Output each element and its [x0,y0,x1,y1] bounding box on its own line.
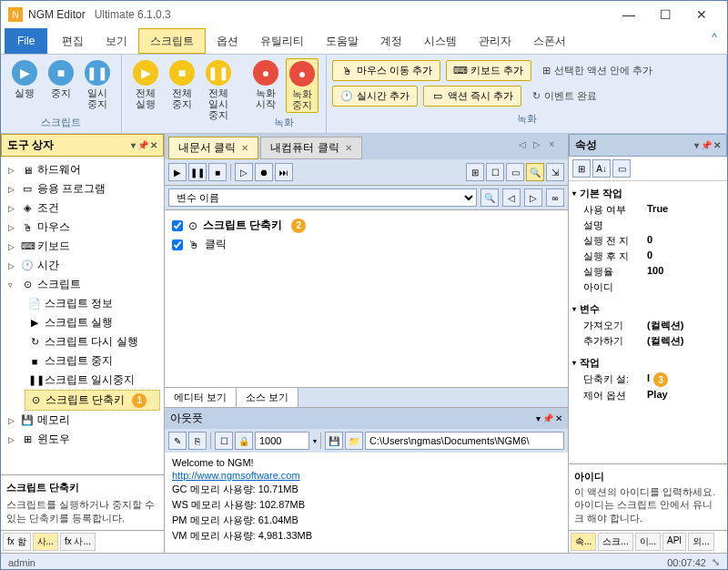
count-input[interactable] [255,432,309,450]
tab-nav[interactable]: ◁ ▷ × [511,137,564,159]
chevron-icon[interactable]: ▷ [8,261,17,270]
property-row[interactable]: 실행 후 지0 [572,249,723,264]
pause-button[interactable]: ❚❚ [188,163,207,181]
ribbon-button[interactable]: ▶실행 [8,58,41,111]
property-row[interactable]: 가져오기(컬렉션) [572,318,723,333]
property-row[interactable]: 실행율100 [572,264,723,280]
event-complete-button[interactable]: ↻이벤트 완료 [527,86,602,107]
tree-child-item[interactable]: ▶스크립트 실행 [25,313,160,332]
tree-item[interactable]: ▷▭응용 프로그램 [5,179,160,198]
next-button[interactable]: ▷ [524,188,542,207]
property-group-header[interactable]: 변수 [572,300,723,318]
properties-bottom-tab[interactable]: 스크... [598,533,632,551]
menu-item[interactable]: 옵션 [206,28,249,54]
property-row[interactable]: 단축키 설:I3 [572,372,723,388]
property-group-header[interactable]: 기본 작업 [572,185,723,202]
infinity-button[interactable]: ∞ [546,188,564,207]
pin-icon[interactable]: 📌 [701,140,712,150]
zoom-button[interactable]: 🔍 [526,163,544,181]
menu-item[interactable]: 유틸리티 [249,28,315,54]
file-menu[interactable]: File [5,28,47,54]
resize-grip-icon[interactable]: ⤡ [712,556,720,568]
output-link[interactable]: http://www.ngmsoftware.com [172,470,300,481]
doc-tab-0[interactable]: 내문서 클릭✕ [168,137,258,159]
menu-item[interactable]: 관리자 [468,28,522,54]
ribbon-button[interactable]: ■중지 [45,58,77,111]
expand-button[interactable]: ⇲ [546,163,564,181]
tree-item[interactable]: ▿⊙스크립트 [5,275,160,294]
menu-item[interactable]: 스크립트 [138,28,206,54]
minimize-button[interactable]: — [611,2,647,27]
property-row[interactable]: 실행 전 지0 [572,233,723,249]
chevron-icon[interactable]: ▷ [8,223,17,232]
pin-icon[interactable]: 📌 [137,140,148,150]
tree-item[interactable]: ▷◈조건 [5,198,160,218]
add-action-now-button[interactable]: ▭액션 즉시 추가 [423,86,521,107]
property-group-header[interactable]: 작업 [572,354,723,372]
dropdown-arrow-icon[interactable]: ▾ [313,437,317,445]
menu-item[interactable]: 스폰서 [522,28,577,54]
clear-button[interactable]: ☐ [215,432,233,450]
prev-button[interactable]: ◁ [502,188,521,207]
tree-item[interactable]: ▷🕐시간 [5,256,160,275]
tool-button-3[interactable]: ▭ [506,163,524,181]
doc-tab-1[interactable]: 내컴퓨터 클릭✕ [260,137,361,159]
stop-button[interactable]: ■ [208,163,227,181]
add-realtime-button[interactable]: 🕐실시간 추가 [332,86,418,107]
tree-item[interactable]: ▷🖱마우스 [5,218,160,237]
lock-button[interactable]: 🔒 [235,432,253,450]
tool-button-1[interactable]: ⊞ [466,163,484,181]
tree-item[interactable]: ▷⊞윈도우 [5,430,160,449]
property-row[interactable]: 사용 여부True [572,202,723,218]
chevron-icon[interactable]: ▷ [8,435,17,444]
close-tab-icon[interactable]: ✕ [345,143,352,153]
maximize-button[interactable]: ☐ [647,2,683,27]
property-row[interactable]: 설명 [572,218,723,233]
panel-dropdown-icon[interactable]: ▾ [694,140,699,150]
properties-bottom-tab[interactable]: API [662,533,686,551]
record-start-button[interactable]: ● 녹화 시작 [249,58,282,113]
ribbon-button[interactable]: ■전체 중지 [166,58,198,122]
property-row[interactable]: 제어 옵션Play [572,388,723,403]
search-button[interactable]: 🔍 [480,188,499,207]
record-stop-button[interactable]: ● 녹화 중지 [286,58,318,113]
page-button[interactable]: ▭ [612,159,631,178]
record-button[interactable]: ⏺ [255,163,273,181]
action-row[interactable]: ⊙ 스크립트 단축키 2 [170,216,562,235]
close-tab-icon[interactable]: ✕ [241,143,248,153]
close-icon[interactable]: ✕ [555,413,562,423]
path-input[interactable] [365,432,564,450]
tree-child-item[interactable]: ⊙스크립트 단축키1 [25,390,160,411]
help-icon[interactable]: ^ [705,28,723,46]
tree-child-item[interactable]: ■스크립트 중지 [25,351,160,371]
add-keyboard-button[interactable]: ⌨키보드 추가 [446,60,531,81]
chevron-icon[interactable]: ▷ [8,416,17,425]
bottom-tab[interactable]: fx 사... [60,533,96,551]
add-into-selected-button[interactable]: ⊞선택한 액션 안에 추가 [537,60,658,81]
ribbon-button[interactable]: ❚❚전체 일시 중지 [202,58,235,122]
copy-button[interactable]: ⎘ [188,432,207,450]
step-button[interactable]: ▷ [235,163,253,181]
close-icon[interactable]: ✕ [713,140,721,150]
property-row[interactable]: 아이디 [572,280,723,295]
close-button[interactable]: ✕ [683,2,720,27]
save-button[interactable]: 💾 [325,432,343,450]
chevron-icon[interactable]: ▷ [8,166,17,175]
source-view-tab[interactable]: 소스 보기 [237,388,298,407]
ribbon-button[interactable]: ❚❚일시 중지 [81,58,114,111]
menu-item[interactable]: 도움말 [315,28,369,54]
property-row[interactable]: 추가하기(컬렉션) [572,333,723,349]
tree-child-item[interactable]: 📄스크립트 정보 [25,294,160,313]
pin-icon[interactable]: 📌 [542,413,553,423]
close-icon[interactable]: ✕ [150,140,157,150]
menu-item[interactable]: 계정 [369,28,413,54]
chevron-icon[interactable]: ▿ [8,280,17,290]
folder-button[interactable]: 📁 [345,432,363,450]
play-button[interactable]: ▶ [168,163,187,181]
chevron-icon[interactable]: ▷ [8,185,17,194]
tree-child-item[interactable]: ↻스크립트 다시 실행 [25,332,160,351]
tool-button-2[interactable]: ☐ [486,163,504,181]
editor-view-tab[interactable]: 에디터 보기 [165,388,237,407]
add-mouse-move-button[interactable]: 🖱마우스 이동 추가 [332,60,440,81]
bottom-tab[interactable]: 사... [33,533,58,551]
